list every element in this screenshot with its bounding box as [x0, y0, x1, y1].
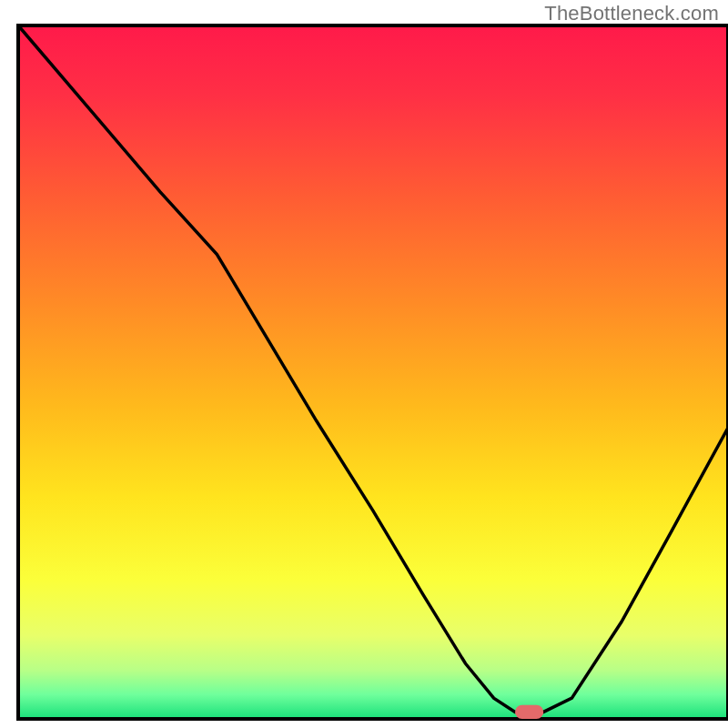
optimal-marker	[515, 705, 543, 719]
bottleneck-chart	[0, 0, 728, 728]
gradient-background	[18, 25, 728, 719]
chart-container: TheBottleneck.com	[0, 0, 728, 728]
watermark-text: TheBottleneck.com	[544, 2, 719, 25]
